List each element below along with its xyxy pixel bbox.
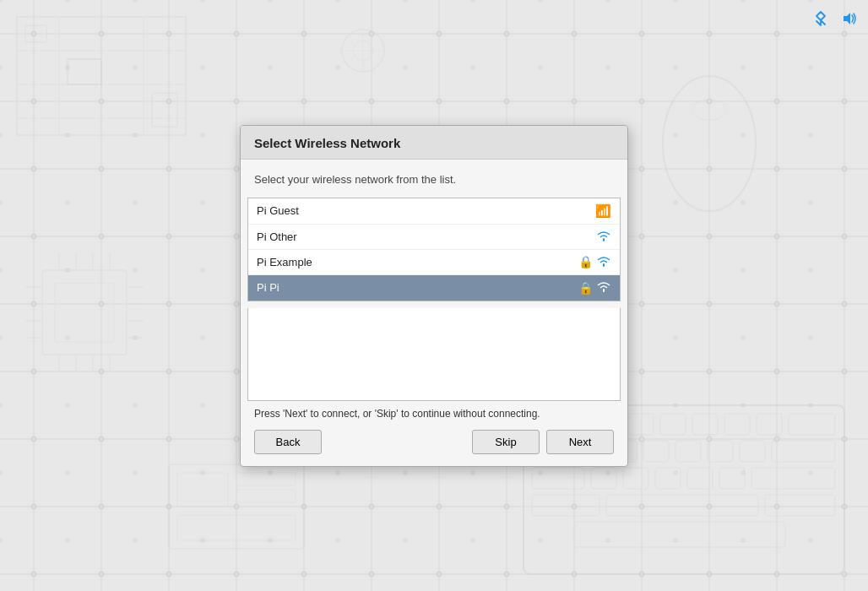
dialog-title: Select Wireless Network <box>254 136 614 150</box>
network-name-pi-other: Pi Other <box>257 230 596 243</box>
network-icons-pi-pi: 🔒 <box>578 280 611 295</box>
footer-text: Press 'Next' to connect, or 'Skip' to co… <box>241 401 627 425</box>
wifi-icon-pi-example <box>596 255 611 269</box>
dialog-overlay: Select Wireless Network Select your wire… <box>0 0 868 591</box>
wifi-full-icon <box>596 230 611 244</box>
right-buttons: Skip Next <box>472 430 614 454</box>
network-name-pi-guest: Pi Guest <box>257 204 595 217</box>
dialog-header: Select Wireless Network <box>241 126 627 160</box>
network-icons-pi-other <box>596 230 611 244</box>
lock-icon-pi-example: 🔒 <box>578 255 593 268</box>
skip-button[interactable]: Skip <box>472 430 540 454</box>
back-button[interactable]: Back <box>254 430 322 454</box>
network-list: Pi Guest 📶 Pi Other <box>247 198 621 301</box>
network-item-pi-other[interactable]: Pi Other <box>248 225 620 250</box>
wifi-low-icon: 📶 <box>595 203 611 219</box>
next-button[interactable]: Next <box>546 430 614 454</box>
network-icons-pi-guest: 📶 <box>595 203 611 219</box>
dialog-buttons: Back Skip Next <box>241 425 627 466</box>
network-name-pi-pi: Pi Pi <box>257 281 578 294</box>
select-wireless-dialog: Select Wireless Network Select your wire… <box>240 125 628 467</box>
empty-network-area <box>247 308 621 401</box>
network-item-pi-example[interactable]: Pi Example 🔒 <box>248 250 620 275</box>
dialog-subtitle: Select your wireless network from the li… <box>254 173 614 186</box>
network-icons-pi-example: 🔒 <box>578 255 611 269</box>
network-name-pi-example: Pi Example <box>257 256 578 268</box>
network-item-pi-pi[interactable]: Pi Pi 🔒 <box>248 275 620 301</box>
wifi-icon-pi-pi-selected <box>596 280 611 295</box>
network-item-pi-guest[interactable]: Pi Guest 📶 <box>248 198 620 225</box>
lock-icon-pi-pi: 🔒 <box>578 281 593 295</box>
